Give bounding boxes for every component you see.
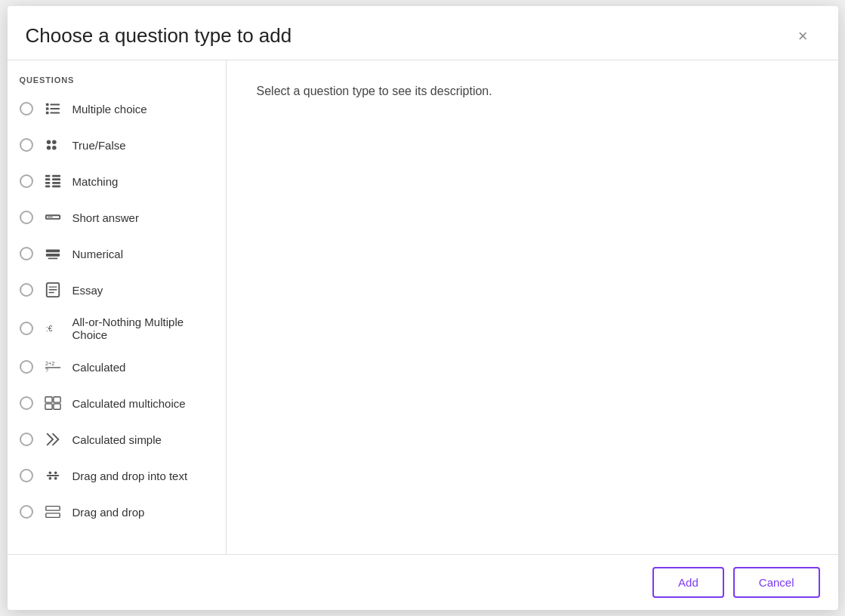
question-item-drag-drop[interactable]: Drag and drop xyxy=(8,494,226,530)
svg-rect-5 xyxy=(50,112,60,114)
true-false-icon xyxy=(42,134,63,156)
close-button[interactable]: × xyxy=(792,25,814,48)
calculated-simple-icon xyxy=(42,429,63,450)
true-false-label: True/False xyxy=(72,139,126,152)
svg-point-38 xyxy=(54,477,57,480)
drag-drop-text-label: Drag and drop into text xyxy=(72,470,188,482)
essay-icon xyxy=(42,279,63,300)
svg-text:2+2: 2+2 xyxy=(45,360,54,367)
section-label: QUESTIONS xyxy=(8,72,226,91)
dialog-title: Choose a question type to add xyxy=(26,24,292,48)
drag-drop-text-icon xyxy=(42,465,63,486)
short-answer-label: Short answer xyxy=(72,211,139,224)
dialog-footer: Add Cancel xyxy=(8,554,838,610)
svg-point-7 xyxy=(46,146,51,150)
svg-rect-19 xyxy=(47,217,52,217)
all-or-nothing-icon: :€ xyxy=(42,318,63,339)
multiple-choice-label: Multiple choice xyxy=(72,103,147,116)
radio-multiple-choice xyxy=(20,102,33,116)
calculated-simple-label: Calculated simple xyxy=(72,433,162,446)
calculated-label: Calculated xyxy=(72,361,126,374)
svg-rect-33 xyxy=(45,404,51,409)
svg-rect-34 xyxy=(53,404,60,409)
question-item-short-answer[interactable]: Short answer xyxy=(8,199,226,236)
dialog-body: QUESTIONS Multiple choice xyxy=(8,60,838,554)
svg-rect-22 xyxy=(48,258,57,260)
calculated-icon: 2+2 ? xyxy=(42,356,63,377)
svg-rect-39 xyxy=(46,475,59,476)
question-item-essay[interactable]: Essay xyxy=(8,272,226,308)
multiple-choice-icon xyxy=(42,98,63,119)
svg-rect-14 xyxy=(52,175,60,177)
radio-drag-drop xyxy=(20,505,33,519)
question-type-dialog: Choose a question type to add × QUESTION… xyxy=(8,6,838,610)
calculated-multichoice-label: Calculated multichoice xyxy=(72,397,186,410)
svg-rect-0 xyxy=(45,103,48,106)
svg-rect-31 xyxy=(45,397,51,402)
svg-point-9 xyxy=(52,146,57,150)
all-or-nothing-label: All-or-Nothing Multiple Choice xyxy=(72,316,214,341)
matching-icon xyxy=(42,171,63,192)
question-item-numerical[interactable]: Numerical xyxy=(8,236,226,272)
radio-calculated-simple xyxy=(20,433,33,446)
question-item-true-false[interactable]: True/False xyxy=(8,127,226,163)
svg-point-8 xyxy=(52,140,57,145)
dialog-header: Choose a question type to add × xyxy=(8,6,838,60)
svg-rect-2 xyxy=(45,107,48,110)
radio-drag-drop-text xyxy=(20,469,33,482)
matching-label: Matching xyxy=(72,175,119,188)
question-item-multiple-choice[interactable]: Multiple choice xyxy=(8,91,226,127)
calculated-multichoice-icon xyxy=(42,393,63,414)
essay-label: Essay xyxy=(72,284,103,297)
question-item-matching[interactable]: Matching xyxy=(8,163,226,199)
svg-rect-12 xyxy=(45,182,49,184)
drag-drop-label: Drag and drop xyxy=(72,506,145,519)
svg-point-6 xyxy=(46,140,51,145)
svg-rect-3 xyxy=(50,108,60,109)
svg-rect-40 xyxy=(45,507,59,511)
svg-rect-15 xyxy=(52,178,60,180)
svg-rect-41 xyxy=(45,513,59,518)
svg-rect-1 xyxy=(50,104,60,106)
numerical-label: Numerical xyxy=(72,248,124,260)
radio-numerical xyxy=(20,247,33,260)
svg-rect-13 xyxy=(45,186,49,188)
question-item-drag-drop-text[interactable]: Drag and drop into text xyxy=(8,457,226,494)
question-item-calculated-simple[interactable]: Calculated simple xyxy=(8,421,226,457)
radio-short-answer xyxy=(20,211,33,224)
question-item-all-or-nothing[interactable]: :€ All-or-Nothing Multiple Choice xyxy=(8,308,226,349)
svg-text::€: :€ xyxy=(45,325,52,333)
cancel-button[interactable]: Cancel xyxy=(733,567,820,598)
svg-rect-16 xyxy=(52,182,60,184)
svg-text:?: ? xyxy=(45,367,48,374)
description-panel: Select a question type to see its descri… xyxy=(227,60,838,554)
svg-rect-26 xyxy=(48,292,54,293)
question-item-calculated-multichoice[interactable]: Calculated multichoice xyxy=(8,385,226,421)
numerical-icon xyxy=(42,243,63,264)
svg-point-36 xyxy=(54,472,57,475)
short-answer-icon xyxy=(42,207,63,228)
svg-rect-4 xyxy=(45,112,48,115)
svg-rect-10 xyxy=(45,175,49,177)
radio-true-false xyxy=(20,138,33,152)
add-button[interactable]: Add xyxy=(652,567,724,598)
svg-rect-17 xyxy=(52,186,60,188)
radio-all-or-nothing xyxy=(20,322,33,335)
svg-rect-24 xyxy=(48,286,57,287)
radio-matching xyxy=(20,174,33,188)
question-type-list: QUESTIONS Multiple choice xyxy=(8,60,227,554)
svg-rect-32 xyxy=(53,397,60,402)
svg-point-35 xyxy=(48,472,51,475)
radio-calculated-multichoice xyxy=(20,396,33,410)
radio-calculated xyxy=(20,360,33,374)
radio-essay xyxy=(20,283,33,297)
svg-rect-11 xyxy=(45,178,49,180)
svg-rect-25 xyxy=(48,289,57,290)
svg-point-37 xyxy=(48,477,51,480)
question-item-calculated[interactable]: 2+2 ? Calculated xyxy=(8,349,226,385)
drag-drop-icon xyxy=(42,501,63,522)
svg-rect-20 xyxy=(45,250,59,253)
svg-rect-21 xyxy=(45,254,59,257)
description-text: Select a question type to see its descri… xyxy=(257,85,492,98)
